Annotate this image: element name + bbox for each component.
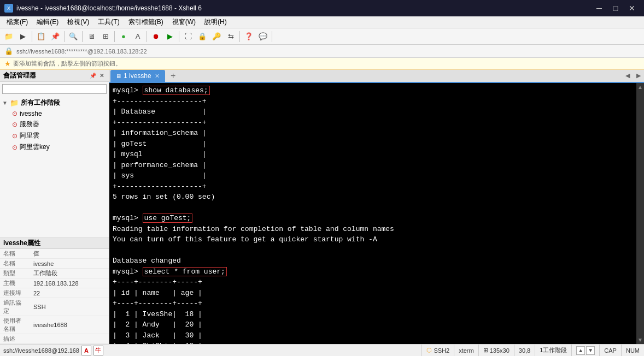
play-button[interactable]: ▶ bbox=[163, 30, 177, 43]
menu-file[interactable]: 檔案(F) bbox=[2, 16, 32, 28]
session-label-server: 服務器 bbox=[20, 120, 39, 129]
props-title: ivesshe屬性 bbox=[3, 239, 40, 248]
prop-label-port: 連接埠 bbox=[0, 288, 30, 298]
status-seg-dimensions: ⊞ 135x30 bbox=[478, 345, 514, 357]
session-search-input[interactable] bbox=[2, 84, 107, 94]
notice-bar: ★ 要添加當前會話，點擊左側的箭頭按鈕。 bbox=[0, 58, 644, 70]
term-line-22: | 3 | Jack | 30 | bbox=[113, 330, 633, 341]
props-row-label: 名稱 值 bbox=[0, 249, 109, 259]
status-seg-cap: CAP bbox=[599, 345, 621, 357]
tab-nav-right[interactable]: ▶ bbox=[633, 69, 644, 82]
scroll-up-arrow[interactable]: ▲ bbox=[636, 83, 644, 91]
menu-window[interactable]: 視窗(W) bbox=[168, 16, 200, 28]
session-search[interactable] bbox=[0, 82, 109, 96]
props-row-protocol: 通訊協定 SSH bbox=[0, 298, 109, 316]
tree-indent-1: ⊙ ivesshe ⊙ 服務器 ⊙ 阿里雲 ⊙ 阿里雲key bbox=[1, 109, 108, 153]
lock-button[interactable]: 🔒 bbox=[196, 30, 209, 43]
term-line-23: | 4 | ChiChi | 18 | bbox=[113, 341, 633, 344]
chat-button[interactable]: 💬 bbox=[256, 30, 270, 43]
tab-close-button[interactable]: ✕ bbox=[155, 73, 160, 80]
menu-tools[interactable]: 工具(T) bbox=[93, 16, 124, 28]
props-row-host: 主機 192.168.183.128 bbox=[0, 278, 109, 288]
open-button[interactable]: ▶ bbox=[16, 30, 30, 43]
session-panel-title: 會話管理器 bbox=[3, 71, 36, 80]
nav-up-button[interactable]: ▲ bbox=[576, 346, 585, 355]
term-line-14: You can turn off this feature to get a q… bbox=[113, 234, 633, 245]
color-button[interactable]: ● bbox=[117, 30, 130, 43]
term-cmd-3: select * from user; bbox=[143, 267, 227, 276]
fullscreen-button[interactable]: ⛶ bbox=[182, 30, 195, 43]
nav-down-button[interactable]: ▼ bbox=[586, 346, 595, 355]
menu-help[interactable]: 說明(H) bbox=[200, 16, 231, 28]
status-dimensions: 135x30 bbox=[490, 347, 510, 354]
terminal-area[interactable]: mysql> show databases; +----------------… bbox=[109, 83, 636, 344]
tree-item-server[interactable]: ⊙ 服務器 bbox=[10, 118, 108, 130]
prop-label-username: 使用者名稱 bbox=[0, 316, 30, 334]
term-line-blank-1 bbox=[113, 203, 633, 213]
key-button[interactable]: 🔑 bbox=[210, 30, 223, 43]
status-left: ssh://ivesshe1688@192.168 A 牛 bbox=[0, 346, 421, 355]
session-panel-header: 會話管理器 📌 ✕ bbox=[0, 70, 109, 82]
status-dimensions-icon: ⊞ bbox=[483, 347, 488, 354]
panel-close-button[interactable]: ✕ bbox=[98, 72, 106, 80]
scroll-down-arrow[interactable]: ▼ bbox=[636, 336, 644, 344]
toolbar-sep-1 bbox=[32, 31, 32, 42]
props-header: ivesshe屬性 bbox=[0, 238, 109, 249]
new-tab-button[interactable]: + bbox=[167, 70, 179, 82]
help-button[interactable]: ❓ bbox=[242, 30, 255, 43]
scrollbar-right[interactable]: ▲ ▼ bbox=[636, 83, 644, 344]
term-line-8: | performance_schema | bbox=[113, 160, 633, 171]
term-line-blank-2 bbox=[113, 245, 633, 256]
session-button[interactable]: 🖥 bbox=[85, 30, 98, 43]
close-button[interactable]: ✕ bbox=[624, 1, 640, 16]
status-bar: ssh://ivesshe1688@192.168 A 牛 ⬡ SSH2 xte… bbox=[0, 344, 644, 356]
status-protocol: SSH2 bbox=[434, 347, 449, 354]
status-right: ⬡ SSH2 xterm ⊞ 135x30 30,8 1工作階段 ▲ ▼ CAP… bbox=[421, 345, 644, 357]
menu-view[interactable]: 檢視(V) bbox=[63, 16, 93, 28]
toolbar-sep-7 bbox=[239, 31, 240, 42]
copy-button[interactable]: 📋 bbox=[34, 30, 48, 43]
tree-item-aliyun-key[interactable]: ⊙ 阿里雲key bbox=[10, 141, 108, 153]
app-icon: X bbox=[4, 4, 13, 13]
props-table: 名稱 值 名稱 ivesshe 類型 工作階段 主機 192.168.183.1… bbox=[0, 249, 109, 344]
paste-button[interactable]: 📌 bbox=[49, 30, 62, 43]
address-bar: 🔒 ssh://ivesshe1688:*********@192.168.18… bbox=[0, 45, 644, 58]
term-line-20: | 1 | IvesShe| 18 | bbox=[113, 309, 633, 320]
status-workspace: 1工作階段 bbox=[540, 346, 567, 354]
prop-value-protocol: SSH bbox=[30, 298, 109, 316]
tab-1-ivesshe[interactable]: 🖥 1 ivesshe ✕ bbox=[110, 70, 165, 82]
tree-item-ivesshe[interactable]: ⊙ ivesshe bbox=[10, 109, 108, 118]
new-session-button[interactable]: 📁 bbox=[2, 30, 15, 43]
toolbar-sep-6 bbox=[179, 31, 179, 42]
session-icon-4: ⊙ bbox=[12, 144, 17, 151]
term-line-4: +--------------------+ bbox=[113, 117, 633, 128]
font-button[interactable]: A bbox=[131, 30, 144, 43]
find-button[interactable]: 🔍 bbox=[67, 30, 80, 43]
term-line-10: +--------------------+ bbox=[113, 181, 633, 192]
term-line-15: Database changed bbox=[113, 256, 633, 266]
session-panel: 會話管理器 📌 ✕ ▼ 📁 所有工作階段 ⊙ ivesshe ⊙ bbox=[0, 70, 109, 344]
window-title: ivesshe - ivesshe1688@localhost:/home/iv… bbox=[16, 4, 202, 12]
tree-group-all[interactable]: ▼ 📁 所有工作階段 bbox=[1, 97, 108, 109]
record-button[interactable]: ⏺ bbox=[149, 30, 162, 43]
prop-value-name1: 值 bbox=[30, 249, 109, 259]
term-prompt-3: mysql> bbox=[113, 268, 143, 276]
status-cap: CAP bbox=[604, 347, 617, 354]
term-line-13: Reading table information for completion… bbox=[113, 224, 633, 235]
transfer-button[interactable]: ⇆ bbox=[224, 30, 237, 43]
tree-item-aliyun[interactable]: ⊙ 阿里雲 bbox=[10, 130, 108, 141]
status-term: xterm bbox=[459, 347, 474, 354]
menu-edit[interactable]: 編輯(E) bbox=[32, 16, 63, 28]
prop-label-host: 主機 bbox=[0, 278, 30, 288]
minimize-button[interactable]: ─ bbox=[592, 1, 607, 16]
tab-button[interactable]: ⊞ bbox=[99, 30, 112, 43]
term-line-9: | sys | bbox=[113, 170, 633, 181]
tab-nav-left[interactable]: ◀ bbox=[622, 69, 633, 82]
maximize-button[interactable]: □ bbox=[608, 1, 623, 16]
content-wrapper: 🖥 1 ivesshe ✕ + ◀ ▶ mysql> show database… bbox=[109, 70, 644, 344]
menu-tabs[interactable]: 索引標籤(B) bbox=[124, 16, 168, 28]
panel-pin-button[interactable]: 📌 bbox=[89, 72, 97, 80]
term-line-18: | id | name | age | bbox=[113, 288, 633, 299]
props-row-port: 連接埠 22 bbox=[0, 288, 109, 298]
notice-star-icon: ★ bbox=[4, 60, 11, 68]
